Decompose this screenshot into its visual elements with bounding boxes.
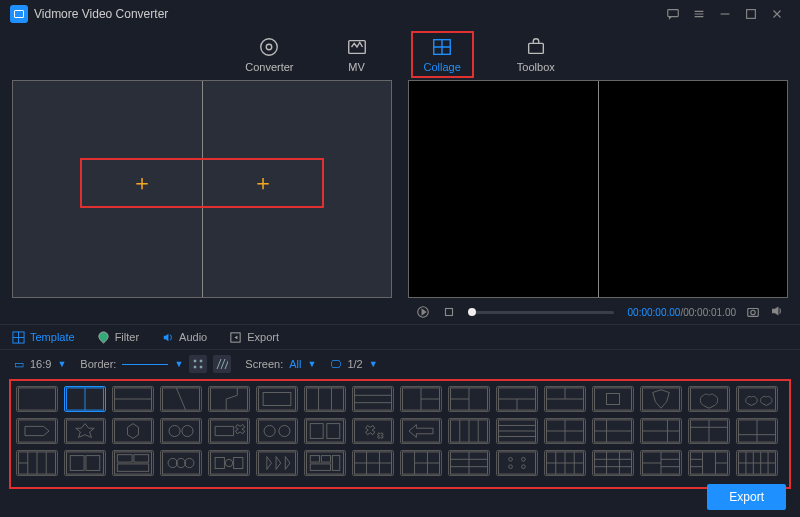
template-item[interactable] — [112, 418, 154, 444]
template-item[interactable] — [352, 450, 394, 476]
monitor-icon: 🖵 — [330, 358, 341, 370]
collage-canvas[interactable]: ＋ ＋ — [12, 80, 392, 298]
svg-point-3 — [267, 44, 273, 50]
template-item[interactable] — [592, 386, 634, 412]
nav-converter[interactable]: Converter — [237, 34, 301, 75]
titlebar: Vidmore Video Converter — [0, 0, 800, 28]
template-item[interactable] — [640, 386, 682, 412]
template-item[interactable] — [160, 386, 202, 412]
aspect-ratio-select[interactable]: ▭ 16:9 ▼ — [14, 358, 66, 371]
svg-rect-62 — [117, 455, 132, 462]
template-item[interactable] — [736, 450, 778, 476]
svg-point-43 — [264, 425, 275, 436]
nav-collage[interactable]: Collage — [412, 32, 473, 77]
template-item[interactable] — [304, 418, 346, 444]
chevron-down-icon: ▼ — [174, 359, 183, 369]
template-item[interactable] — [544, 386, 586, 412]
add-cell-left[interactable]: ＋ — [81, 159, 202, 207]
play-button[interactable] — [414, 303, 432, 321]
template-item[interactable] — [160, 450, 202, 476]
template-item[interactable] — [304, 450, 346, 476]
template-item[interactable] — [640, 418, 682, 444]
svg-rect-59 — [70, 456, 84, 471]
template-item[interactable] — [640, 450, 682, 476]
svg-rect-75 — [310, 456, 319, 462]
template-item[interactable] — [592, 450, 634, 476]
progress-bar[interactable] — [472, 311, 614, 314]
template-item[interactable] — [400, 418, 442, 444]
toolbox-icon — [525, 36, 547, 58]
tab-audio[interactable]: Audio — [161, 331, 207, 344]
template-item[interactable] — [448, 386, 490, 412]
maximize-button[interactable] — [738, 1, 764, 27]
svg-point-72 — [225, 459, 232, 466]
chevron-down-icon: ▼ — [308, 359, 317, 369]
template-item[interactable] — [496, 386, 538, 412]
template-item[interactable] — [736, 386, 778, 412]
svg-rect-38 — [163, 420, 200, 442]
template-item[interactable] — [400, 450, 442, 476]
template-item[interactable] — [352, 418, 394, 444]
nav-toolbox[interactable]: Toolbox — [509, 34, 563, 75]
template-item[interactable] — [256, 450, 298, 476]
template-item[interactable] — [16, 450, 58, 476]
template-item[interactable] — [352, 386, 394, 412]
tab-export[interactable]: Export — [229, 331, 279, 344]
template-item[interactable] — [160, 418, 202, 444]
template-item[interactable] — [256, 418, 298, 444]
template-item[interactable] — [64, 418, 106, 444]
plus-icon: ＋ — [252, 168, 274, 198]
export-button[interactable]: Export — [707, 484, 786, 510]
template-item[interactable] — [304, 386, 346, 412]
template-item[interactable] — [544, 418, 586, 444]
template-item[interactable] — [688, 450, 730, 476]
template-item[interactable] — [400, 386, 442, 412]
close-button[interactable] — [764, 1, 790, 27]
svg-rect-77 — [332, 456, 339, 471]
template-item[interactable] — [736, 418, 778, 444]
svg-point-14 — [200, 360, 202, 362]
svg-point-10 — [751, 310, 755, 314]
screen-select[interactable]: Screen: All ▼ — [245, 358, 316, 370]
template-item[interactable] — [496, 450, 538, 476]
template-item[interactable] — [496, 418, 538, 444]
top-nav: Converter MV Collage Toolbox — [0, 28, 800, 80]
svg-rect-61 — [115, 452, 152, 474]
template-item[interactable] — [544, 450, 586, 476]
playbar: 00:00:00.00/00:00:01.00 — [0, 298, 800, 324]
template-item[interactable] — [64, 450, 106, 476]
add-cell-right[interactable]: ＋ — [202, 159, 323, 207]
template-item[interactable] — [448, 418, 490, 444]
template-item[interactable] — [256, 386, 298, 412]
preview-divider — [598, 81, 599, 297]
template-item[interactable] — [64, 386, 106, 412]
template-item[interactable] — [16, 418, 58, 444]
svg-point-40 — [182, 425, 193, 436]
template-item[interactable] — [16, 386, 58, 412]
template-item[interactable] — [592, 418, 634, 444]
menu-icon[interactable] — [686, 1, 712, 27]
volume-icon[interactable] — [770, 304, 786, 320]
template-item[interactable] — [208, 450, 250, 476]
minimize-button[interactable] — [712, 1, 738, 27]
template-item[interactable] — [448, 450, 490, 476]
tab-template[interactable]: Template — [12, 331, 75, 344]
template-item[interactable] — [208, 386, 250, 412]
border-style-select[interactable]: ▼ — [122, 359, 183, 369]
template-item[interactable] — [688, 418, 730, 444]
feedback-icon[interactable] — [660, 1, 686, 27]
nav-mv[interactable]: MV — [338, 34, 376, 75]
template-item[interactable] — [688, 386, 730, 412]
stop-button[interactable] — [440, 303, 458, 321]
border-color-button[interactable] — [189, 355, 207, 373]
template-item[interactable] — [112, 450, 154, 476]
tab-filter[interactable]: Filter — [97, 331, 139, 344]
svg-rect-1 — [747, 10, 756, 19]
border-pattern-button[interactable] — [213, 355, 231, 373]
time-display: 00:00:00.00/00:00:01.00 — [628, 307, 736, 318]
progress-thumb[interactable] — [468, 308, 476, 316]
template-item[interactable] — [112, 386, 154, 412]
snapshot-button[interactable] — [744, 303, 762, 321]
page-indicator[interactable]: 🖵 1/2 ▼ — [330, 358, 377, 370]
template-item[interactable] — [208, 418, 250, 444]
